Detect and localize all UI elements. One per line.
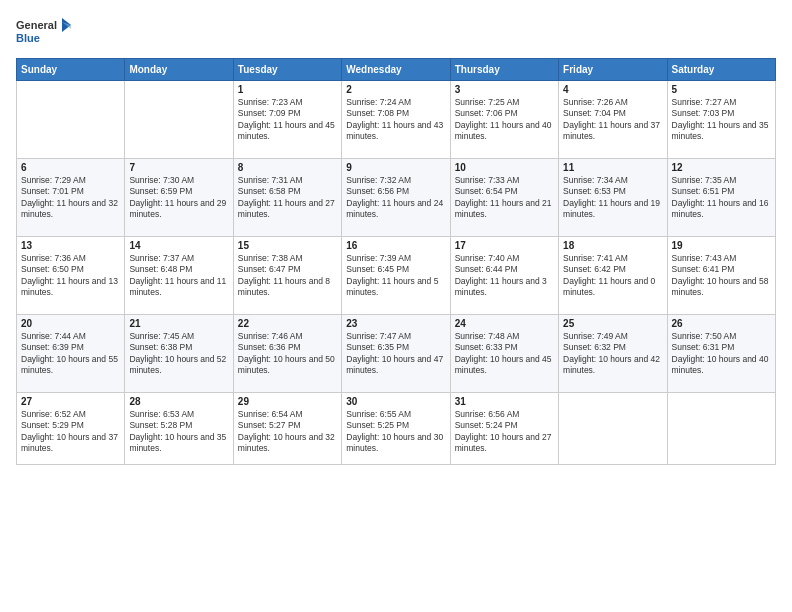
cell-content: Sunrise: 7:40 AM Sunset: 6:44 PM Dayligh… [455,253,554,299]
day-number: 8 [238,162,337,173]
cell-content: Sunrise: 7:43 AM Sunset: 6:41 PM Dayligh… [672,253,771,299]
calendar-cell: 14Sunrise: 7:37 AM Sunset: 6:48 PM Dayli… [125,237,233,315]
weekday-header-saturday: Saturday [667,59,775,81]
weekday-header-monday: Monday [125,59,233,81]
calendar-cell: 25Sunrise: 7:49 AM Sunset: 6:32 PM Dayli… [559,315,667,393]
cell-content: Sunrise: 6:54 AM Sunset: 5:27 PM Dayligh… [238,409,337,455]
calendar-cell: 15Sunrise: 7:38 AM Sunset: 6:47 PM Dayli… [233,237,341,315]
calendar-cell: 10Sunrise: 7:33 AM Sunset: 6:54 PM Dayli… [450,159,558,237]
cell-content: Sunrise: 7:47 AM Sunset: 6:35 PM Dayligh… [346,331,445,377]
cell-content: Sunrise: 7:29 AM Sunset: 7:01 PM Dayligh… [21,175,120,221]
calendar-cell: 27Sunrise: 6:52 AM Sunset: 5:29 PM Dayli… [17,393,125,465]
cell-content: Sunrise: 7:49 AM Sunset: 6:32 PM Dayligh… [563,331,662,377]
calendar-cell: 5Sunrise: 7:27 AM Sunset: 7:03 PM Daylig… [667,81,775,159]
cell-content: Sunrise: 7:24 AM Sunset: 7:08 PM Dayligh… [346,97,445,143]
day-number: 9 [346,162,445,173]
day-number: 22 [238,318,337,329]
week-row-2: 6Sunrise: 7:29 AM Sunset: 7:01 PM Daylig… [17,159,776,237]
cell-content: Sunrise: 7:23 AM Sunset: 7:09 PM Dayligh… [238,97,337,143]
week-row-3: 13Sunrise: 7:36 AM Sunset: 6:50 PM Dayli… [17,237,776,315]
cell-content: Sunrise: 7:35 AM Sunset: 6:51 PM Dayligh… [672,175,771,221]
cell-content: Sunrise: 7:38 AM Sunset: 6:47 PM Dayligh… [238,253,337,299]
calendar-cell: 9Sunrise: 7:32 AM Sunset: 6:56 PM Daylig… [342,159,450,237]
calendar-cell [559,393,667,465]
cell-content: Sunrise: 7:46 AM Sunset: 6:36 PM Dayligh… [238,331,337,377]
week-row-4: 20Sunrise: 7:44 AM Sunset: 6:39 PM Dayli… [17,315,776,393]
cell-content: Sunrise: 7:26 AM Sunset: 7:04 PM Dayligh… [563,97,662,143]
cell-content: Sunrise: 7:34 AM Sunset: 6:53 PM Dayligh… [563,175,662,221]
day-number: 11 [563,162,662,173]
calendar-cell [125,81,233,159]
cell-content: Sunrise: 6:52 AM Sunset: 5:29 PM Dayligh… [21,409,120,455]
day-number: 7 [129,162,228,173]
calendar-cell: 28Sunrise: 6:53 AM Sunset: 5:28 PM Dayli… [125,393,233,465]
calendar-cell: 21Sunrise: 7:45 AM Sunset: 6:38 PM Dayli… [125,315,233,393]
calendar-cell: 11Sunrise: 7:34 AM Sunset: 6:53 PM Dayli… [559,159,667,237]
day-number: 23 [346,318,445,329]
day-number: 14 [129,240,228,251]
cell-content: Sunrise: 7:25 AM Sunset: 7:06 PM Dayligh… [455,97,554,143]
day-number: 27 [21,396,120,407]
day-number: 21 [129,318,228,329]
calendar-cell: 29Sunrise: 6:54 AM Sunset: 5:27 PM Dayli… [233,393,341,465]
day-number: 20 [21,318,120,329]
calendar-cell: 16Sunrise: 7:39 AM Sunset: 6:45 PM Dayli… [342,237,450,315]
cell-content: Sunrise: 7:31 AM Sunset: 6:58 PM Dayligh… [238,175,337,221]
calendar-cell: 12Sunrise: 7:35 AM Sunset: 6:51 PM Dayli… [667,159,775,237]
calendar-cell [667,393,775,465]
cell-content: Sunrise: 7:44 AM Sunset: 6:39 PM Dayligh… [21,331,120,377]
calendar-cell: 24Sunrise: 7:48 AM Sunset: 6:33 PM Dayli… [450,315,558,393]
day-number: 13 [21,240,120,251]
calendar-cell [17,81,125,159]
calendar-cell: 22Sunrise: 7:46 AM Sunset: 6:36 PM Dayli… [233,315,341,393]
weekday-header-friday: Friday [559,59,667,81]
weekday-header-thursday: Thursday [450,59,558,81]
day-number: 26 [672,318,771,329]
day-number: 24 [455,318,554,329]
calendar-cell: 1Sunrise: 7:23 AM Sunset: 7:09 PM Daylig… [233,81,341,159]
week-row-5: 27Sunrise: 6:52 AM Sunset: 5:29 PM Dayli… [17,393,776,465]
day-number: 3 [455,84,554,95]
weekday-header-row: SundayMondayTuesdayWednesdayThursdayFrid… [17,59,776,81]
logo-svg: General Blue [16,16,71,48]
cell-content: Sunrise: 6:55 AM Sunset: 5:25 PM Dayligh… [346,409,445,455]
day-number: 6 [21,162,120,173]
calendar-cell: 3Sunrise: 7:25 AM Sunset: 7:06 PM Daylig… [450,81,558,159]
day-number: 4 [563,84,662,95]
calendar-cell: 2Sunrise: 7:24 AM Sunset: 7:08 PM Daylig… [342,81,450,159]
header: General Blue [16,16,776,48]
cell-content: Sunrise: 6:53 AM Sunset: 5:28 PM Dayligh… [129,409,228,455]
day-number: 10 [455,162,554,173]
day-number: 31 [455,396,554,407]
calendar-cell: 30Sunrise: 6:55 AM Sunset: 5:25 PM Dayli… [342,393,450,465]
day-number: 2 [346,84,445,95]
calendar-cell: 13Sunrise: 7:36 AM Sunset: 6:50 PM Dayli… [17,237,125,315]
day-number: 25 [563,318,662,329]
calendar-cell: 6Sunrise: 7:29 AM Sunset: 7:01 PM Daylig… [17,159,125,237]
calendar-cell: 8Sunrise: 7:31 AM Sunset: 6:58 PM Daylig… [233,159,341,237]
day-number: 1 [238,84,337,95]
day-number: 30 [346,396,445,407]
day-number: 28 [129,396,228,407]
cell-content: Sunrise: 7:48 AM Sunset: 6:33 PM Dayligh… [455,331,554,377]
calendar-cell: 7Sunrise: 7:30 AM Sunset: 6:59 PM Daylig… [125,159,233,237]
cell-content: Sunrise: 7:37 AM Sunset: 6:48 PM Dayligh… [129,253,228,299]
day-number: 15 [238,240,337,251]
cell-content: Sunrise: 7:39 AM Sunset: 6:45 PM Dayligh… [346,253,445,299]
cell-content: Sunrise: 7:50 AM Sunset: 6:31 PM Dayligh… [672,331,771,377]
calendar-table: SundayMondayTuesdayWednesdayThursdayFrid… [16,58,776,465]
cell-content: Sunrise: 7:36 AM Sunset: 6:50 PM Dayligh… [21,253,120,299]
calendar-cell: 23Sunrise: 7:47 AM Sunset: 6:35 PM Dayli… [342,315,450,393]
cell-content: Sunrise: 7:45 AM Sunset: 6:38 PM Dayligh… [129,331,228,377]
logo: General Blue [16,16,71,48]
day-number: 19 [672,240,771,251]
day-number: 12 [672,162,771,173]
svg-text:General: General [16,19,57,31]
calendar-cell: 19Sunrise: 7:43 AM Sunset: 6:41 PM Dayli… [667,237,775,315]
calendar-cell: 26Sunrise: 7:50 AM Sunset: 6:31 PM Dayli… [667,315,775,393]
day-number: 29 [238,396,337,407]
svg-text:Blue: Blue [16,32,40,44]
cell-content: Sunrise: 7:30 AM Sunset: 6:59 PM Dayligh… [129,175,228,221]
weekday-header-sunday: Sunday [17,59,125,81]
cell-content: Sunrise: 7:33 AM Sunset: 6:54 PM Dayligh… [455,175,554,221]
